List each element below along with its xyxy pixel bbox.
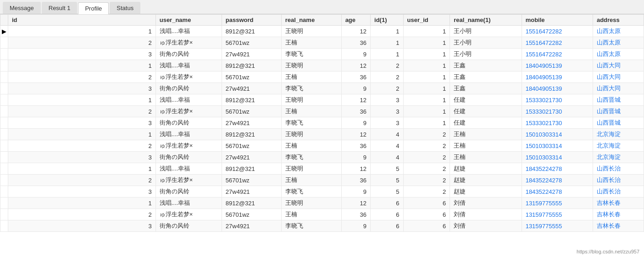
cell-user_name: ゅ浮生若梦×: [155, 37, 222, 49]
row-indicator: [0, 71, 8, 83]
cell-id1: 4: [371, 140, 404, 152]
cell-mobile: 18435224278: [522, 163, 593, 175]
cell-user_id: 1: [403, 49, 450, 60]
cell-id1: 5: [371, 186, 404, 198]
table-row[interactable]: 1浅唱....幸福8912@321王晓明1221王鑫18404905139山西大…: [0, 60, 644, 71]
cell-id: 1: [8, 198, 156, 209]
cell-password: 27w4921: [222, 220, 281, 232]
col-header-password: password: [222, 15, 281, 26]
row-indicator: ▶: [0, 26, 8, 37]
cell-real_name1: 王楠: [450, 140, 522, 152]
cell-age: 36: [341, 106, 370, 117]
cell-password: 56701wz: [222, 71, 281, 83]
tab-bar: MessageResult 1ProfileStatus: [0, 0, 644, 14]
table-row[interactable]: 2ゅ浮生若梦×56701wz王楠3642王楠15010303314北京海淀: [0, 140, 644, 152]
cell-id1: 6: [371, 209, 404, 220]
row-indicator: [0, 83, 8, 94]
table-row[interactable]: 3街角の风铃27w4921李晓飞942王楠15010303314北京海淀: [0, 152, 644, 163]
row-indicator: [0, 94, 8, 106]
row-indicator: [0, 129, 8, 140]
cell-user_id: 2: [403, 129, 450, 140]
tab-message[interactable]: Message: [3, 2, 41, 14]
cell-id1: 1: [371, 37, 404, 49]
col-header-real_name: real_name: [281, 15, 341, 26]
cell-id1: 1: [371, 49, 404, 60]
col-header-address: address: [593, 15, 644, 26]
tab-profile[interactable]: Profile: [78, 2, 109, 14]
table-row[interactable]: 1浅唱....幸福8912@321王晓明1242王楠15010303314北京海…: [0, 129, 644, 140]
cell-age: 9: [341, 49, 370, 60]
cell-real_name: 王晓明: [281, 26, 341, 37]
cell-age: 36: [341, 71, 370, 83]
cell-address: 吉林长春: [593, 198, 644, 209]
table-row[interactable]: 2ゅ浮生若梦×56701wz王楠3631任建15333021730山西晋城: [0, 106, 644, 117]
cell-id: 1: [8, 60, 156, 71]
cell-real_name1: 赵婕: [450, 175, 522, 186]
cell-real_name1: 刘倩: [450, 198, 522, 209]
tab-result-1[interactable]: Result 1: [42, 2, 78, 14]
cell-user_id: 1: [403, 106, 450, 117]
cell-real_name1: 王小明: [450, 37, 522, 49]
table-row[interactable]: 3街角の风铃27w4921李晓飞921王鑫18404905139山西大同: [0, 83, 644, 94]
tab-status[interactable]: Status: [110, 2, 140, 14]
cell-user_id: 1: [403, 26, 450, 37]
cell-real_name1: 王小明: [450, 26, 522, 37]
cell-id1: 4: [371, 129, 404, 140]
cell-password: 27w4921: [222, 83, 281, 94]
table-row[interactable]: 2ゅ浮生若梦×56701wz王楠3611王小明15516472282山西太原: [0, 37, 644, 49]
cell-id1: 5: [371, 175, 404, 186]
cell-real_name: 李晓飞: [281, 186, 341, 198]
cell-age: 12: [341, 94, 370, 106]
cell-address: 山西晋城: [593, 94, 644, 106]
row-indicator: [0, 140, 8, 152]
cell-address: 山西大同: [593, 83, 644, 94]
cell-id: 3: [8, 186, 156, 198]
cell-id: 1: [8, 129, 156, 140]
table-row[interactable]: 3街角の风铃27w4921李晓飞966刘倩13159775555吉林长春: [0, 220, 644, 232]
table-row[interactable]: 1浅唱....幸福8912@321王晓明1231任建15333021730山西晋…: [0, 94, 644, 106]
table-row[interactable]: 1浅唱....幸福8912@321王晓明1266刘倩13159775555吉林长…: [0, 198, 644, 209]
cell-address: 山西太原: [593, 37, 644, 49]
cell-age: 36: [341, 175, 370, 186]
result-table-container: iduser_namepasswordreal_nameageid(1)user…: [0, 14, 644, 254]
table-header: iduser_namepasswordreal_nameageid(1)user…: [0, 15, 644, 26]
cell-address: 吉林长春: [593, 209, 644, 220]
cell-password: 8912@321: [222, 94, 281, 106]
cell-address: 山西大同: [593, 71, 644, 83]
cell-id: 1: [8, 94, 156, 106]
row-indicator: [0, 152, 8, 163]
cell-mobile: 15333021730: [522, 94, 593, 106]
cell-password: 56701wz: [222, 140, 281, 152]
cell-real_name: 王楠: [281, 140, 341, 152]
cell-id: 2: [8, 140, 156, 152]
cell-id: 2: [8, 37, 156, 49]
table-row[interactable]: 3街角の风铃27w4921李晓飞911王小明15516472282山西太原: [0, 49, 644, 60]
table-row[interactable]: 1浅唱....幸福8912@321王晓明1252赵婕18435224278山西长…: [0, 163, 644, 175]
cell-age: 9: [341, 117, 370, 129]
cell-mobile: 18435224278: [522, 186, 593, 198]
table-row[interactable]: 3街角の风铃27w4921李晓飞952赵婕18435224278山西长治: [0, 186, 644, 198]
cell-id1: 5: [371, 163, 404, 175]
cell-user_name: 街角の风铃: [155, 83, 222, 94]
row-indicator: [0, 175, 8, 186]
cell-age: 12: [341, 198, 370, 209]
cell-id: 2: [8, 175, 156, 186]
cell-id1: 4: [371, 152, 404, 163]
cell-age: 12: [341, 26, 370, 37]
table-row[interactable]: 2ゅ浮生若梦×56701wz王楠3652赵婕18435224278山西长治: [0, 175, 644, 186]
table-row[interactable]: 2ゅ浮生若梦×56701wz王楠3621王鑫18404905139山西大同: [0, 71, 644, 83]
cell-password: 56701wz: [222, 209, 281, 220]
cell-mobile: 15516472282: [522, 26, 593, 37]
cell-id: 2: [8, 209, 156, 220]
table-row[interactable]: 2ゅ浮生若梦×56701wz王楠3666刘倩13159775555吉林长春: [0, 209, 644, 220]
table-row[interactable]: ▶1浅唱....幸福8912@321王晓明1211王小明15516472282山…: [0, 26, 644, 37]
cell-age: 9: [341, 152, 370, 163]
cell-password: 27w4921: [222, 186, 281, 198]
row-indicator: [0, 186, 8, 198]
table-row[interactable]: 3街角の风铃27w4921李晓飞931任建15333021730山西晋城: [0, 117, 644, 129]
cell-address: 山西晋城: [593, 106, 644, 117]
row-indicator: [0, 117, 8, 129]
cell-mobile: 18435224278: [522, 175, 593, 186]
cell-password: 8912@321: [222, 163, 281, 175]
cell-user_id: 1: [403, 71, 450, 83]
